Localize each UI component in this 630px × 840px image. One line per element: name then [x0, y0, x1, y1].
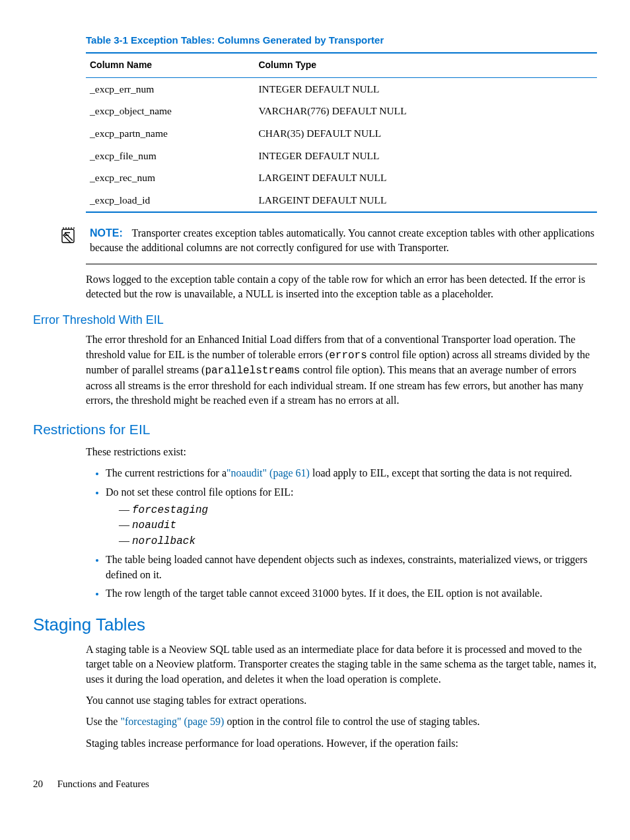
table-row: _excp_load_idLARGEINT DEFAULT NULL [86, 189, 597, 212]
paragraph: Rows logged to the exception table conta… [86, 272, 597, 302]
note-block: NOTE: Transporter creates exception tabl… [90, 226, 597, 256]
options-sublist: forcestaging noaudit norollback [106, 502, 597, 549]
note-icon [59, 226, 78, 245]
footer-section: Functions and Features [57, 779, 149, 789]
th-column-name: Column Name [86, 53, 254, 77]
cell-name: _excp_rec_num [86, 167, 254, 189]
cell-type: INTEGER DEFAULT NULL [254, 145, 597, 167]
cell-name: _excp_object_name [86, 100, 254, 122]
heading-restrictions: Restrictions for EIL [33, 420, 597, 439]
note-text: Transporter creates exception tables aut… [90, 227, 594, 253]
cell-type: VARCHAR(776) DEFAULT NULL [254, 100, 597, 122]
table-caption: Table 3-1 Exception Tables: Columns Gene… [86, 33, 597, 47]
link-noaudit[interactable]: "noaudit" (page 61) [227, 467, 310, 478]
heading-staging-tables: Staging Tables [33, 613, 597, 636]
restrictions-list: The current restrictions for a"noaudit" … [86, 466, 597, 601]
code-parallelstreams: parallelstreams [205, 365, 300, 377]
cell-type: LARGEINT DEFAULT NULL [254, 189, 597, 212]
list-item: The table being loaded cannot have depen… [106, 553, 597, 582]
cell-name: _excp_load_id [86, 189, 254, 212]
exception-columns-table: Column Name Column Type _excp_err_numINT… [86, 52, 597, 213]
paragraph: Use the "forcestaging" (page 59) option … [86, 714, 597, 729]
table-row: _excp_partn_nameCHAR(35) DEFAULT NULL [86, 122, 597, 145]
heading-error-threshold: Error Threshold With EIL [33, 312, 597, 328]
cell-name: _excp_err_num [86, 77, 254, 100]
table-row: _excp_file_numINTEGER DEFAULT NULL [86, 145, 597, 167]
table-row: _excp_object_nameVARCHAR(776) DEFAULT NU… [86, 100, 597, 122]
cell-type: LARGEINT DEFAULT NULL [254, 167, 597, 189]
table-row: _excp_err_numINTEGER DEFAULT NULL [86, 77, 597, 100]
paragraph: The error threshold for an Enhanced Init… [86, 332, 597, 408]
list-item: The row length of the target table canno… [106, 586, 597, 601]
code-errors: errors [329, 350, 367, 362]
page-number: 20 [33, 779, 43, 789]
cell-type: INTEGER DEFAULT NULL [254, 77, 597, 100]
list-item: forcestaging [119, 502, 597, 517]
table-row: _excp_rec_numLARGEINT DEFAULT NULL [86, 167, 597, 189]
list-item: The current restrictions for a"noaudit" … [106, 466, 597, 480]
list-item: noaudit [119, 517, 597, 533]
cell-type: CHAR(35) DEFAULT NULL [254, 122, 597, 145]
list-item: Do not set these control file options fo… [106, 485, 597, 549]
list-item: norollback [119, 533, 597, 549]
paragraph: These restrictions exist: [86, 445, 597, 459]
paragraph: You cannot use staging tables for extrac… [86, 693, 597, 708]
page-footer: 20 Functions and Features [33, 777, 597, 791]
note-label: NOTE: [90, 227, 123, 239]
paragraph: A staging table is a Neoview SQL table u… [86, 642, 597, 687]
th-column-type: Column Type [254, 53, 597, 77]
divider [86, 264, 597, 264]
cell-name: _excp_file_num [86, 145, 254, 167]
link-forcestaging[interactable]: "forcestaging" (page 59) [120, 716, 224, 727]
cell-name: _excp_partn_name [86, 122, 254, 145]
paragraph: Staging tables increase performance for … [86, 736, 597, 751]
